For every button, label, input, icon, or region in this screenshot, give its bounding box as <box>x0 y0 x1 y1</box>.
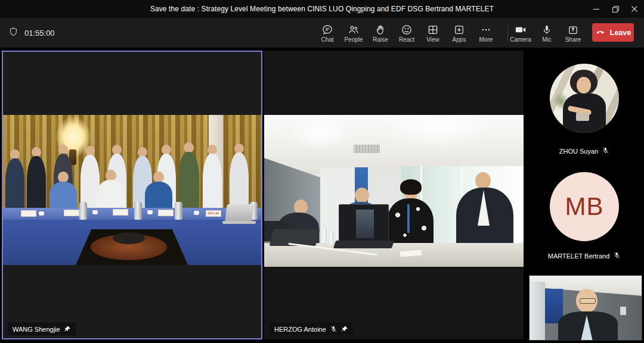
name-card-shi-lei: SHI LEI <box>206 210 221 217</box>
apps-label: Apps <box>453 37 466 43</box>
camera-label: Camera <box>510 37 531 43</box>
macbook-laptop <box>225 204 254 222</box>
speakerphone <box>113 232 145 244</box>
tea-cup <box>92 210 98 214</box>
thermos-flask <box>175 202 182 220</box>
pin-icon <box>341 326 348 333</box>
title-bar: Save the date : Strategy Level Meeting b… <box>0 0 644 18</box>
mic-off-icon <box>613 251 621 260</box>
tea-cup <box>194 211 199 215</box>
self-view-tile[interactable] <box>529 275 642 341</box>
minimize-button[interactable] <box>587 0 606 18</box>
participant-name: HERZOG Antoine <box>274 326 326 333</box>
person-body <box>27 156 46 209</box>
laptop-center-screen <box>339 204 389 243</box>
macbook-base <box>222 221 256 224</box>
raise-hand-icon <box>374 24 386 36</box>
meeting-title: Save the date : Strategy Level Meeting b… <box>0 0 572 18</box>
wang-video-feed: SHI LEI <box>3 115 261 265</box>
meeting-toolbar: 01:55:00 Chat People <box>0 18 644 48</box>
ceiling-light <box>288 115 354 151</box>
water-bottle <box>329 230 334 245</box>
participant-label-zhou: ZHOU Suyan <box>525 146 644 155</box>
air-vent <box>354 145 380 153</box>
thermos-flask <box>79 202 87 220</box>
person-head-bald <box>355 188 369 203</box>
water-bottle <box>321 228 327 242</box>
share-label: Share <box>565 37 581 43</box>
view-grid-icon <box>427 24 439 36</box>
chat-icon <box>321 24 333 36</box>
video-tile-herzog-antoine[interactable]: HERZOG Antoine <box>264 51 524 339</box>
hangup-icon <box>595 26 606 39</box>
share-icon <box>567 24 579 36</box>
minimize-icon <box>593 5 600 13</box>
thermos-flask <box>134 202 142 220</box>
laptop-center-base <box>333 241 394 248</box>
people-label: People <box>344 37 363 43</box>
person-body <box>5 158 24 209</box>
apps-button[interactable]: Apps <box>446 21 472 46</box>
seated-person-blue-shirt <box>49 182 77 210</box>
pin-icon <box>64 326 71 333</box>
people-icon <box>348 24 360 36</box>
herzog-video-feed <box>264 115 524 267</box>
laptop-screen-content <box>356 210 374 238</box>
self-view-window <box>530 282 545 341</box>
camera-icon <box>515 24 527 36</box>
woman-hair <box>400 179 422 195</box>
view-label: View <box>426 37 439 43</box>
restore-icon <box>612 5 620 13</box>
participant-name: ZHOU Suyan <box>559 148 598 155</box>
raise-hand-button[interactable]: Raise <box>367 21 394 46</box>
seated-person-polo <box>145 182 172 210</box>
participant-name: WANG Shengjie <box>13 326 60 333</box>
name-card <box>158 210 174 216</box>
participant-tile-zhou-suyan[interactable] <box>550 64 619 133</box>
participant-name: MARTELET Bertrand <box>548 252 610 260</box>
person-head-smiling <box>475 172 491 189</box>
participant-label-martelet: MARTELET Bertrand <box>525 251 644 260</box>
chat-button[interactable]: Chat <box>314 21 340 46</box>
mic-button[interactable]: Mic <box>534 21 560 46</box>
view-button[interactable]: View <box>420 21 446 46</box>
share-button[interactable]: Share <box>560 21 586 46</box>
react-button[interactable]: React <box>394 21 420 46</box>
name-card <box>113 209 128 216</box>
more-button[interactable]: More <box>473 21 499 46</box>
mic-label: Mic <box>542 37 552 43</box>
video-tile-wang-shengjie[interactable]: SHI LEI WANG Shengjie <box>2 51 262 339</box>
name-card <box>21 210 36 217</box>
more-ellipsis-icon <box>480 24 492 36</box>
chat-label: Chat <box>321 37 333 43</box>
participant-label-wang: WANG Shengjie <box>8 323 76 335</box>
seated-person-white-shirt <box>97 180 125 210</box>
apps-plus-icon <box>453 24 465 36</box>
initials-avatar: MB <box>565 192 604 221</box>
meeting-timer-group: 01:55:00 <box>8 18 55 48</box>
camera-button[interactable]: Camera <box>507 21 534 46</box>
raise-label: Raise <box>373 37 388 43</box>
mic-off-icon <box>602 146 609 155</box>
person-body <box>203 154 222 209</box>
shield-icon <box>8 27 18 39</box>
self-view-wall-switch <box>620 307 626 315</box>
tea-cup <box>147 210 153 214</box>
leave-label: Leave <box>610 29 631 37</box>
react-label: React <box>399 37 414 43</box>
people-button[interactable]: People <box>340 21 367 46</box>
participant-tile-martelet-bertrand[interactable]: MB <box>550 172 619 241</box>
mic-icon <box>541 24 553 36</box>
more-label: More <box>479 37 493 43</box>
participant-label-herzog: HERZOG Antoine <box>270 323 353 335</box>
self-view-glasses <box>580 298 596 304</box>
name-card <box>64 210 79 216</box>
restore-button[interactable] <box>606 0 625 18</box>
mic-off-icon <box>330 325 338 333</box>
person-body-green-jersey <box>178 152 199 209</box>
tea-cup <box>39 211 44 216</box>
zhou-avatar-face <box>577 77 591 93</box>
leave-button[interactable]: Leave <box>592 23 634 42</box>
zhou-avatar-clutch <box>576 113 589 121</box>
close-button[interactable] <box>625 0 644 18</box>
